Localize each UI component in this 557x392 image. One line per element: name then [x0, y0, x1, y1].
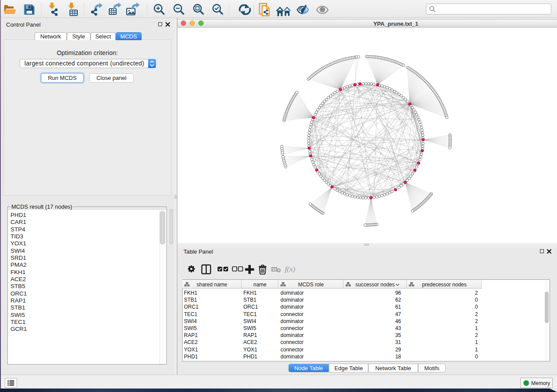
- svg-text:f(x): f(x): [285, 265, 295, 273]
